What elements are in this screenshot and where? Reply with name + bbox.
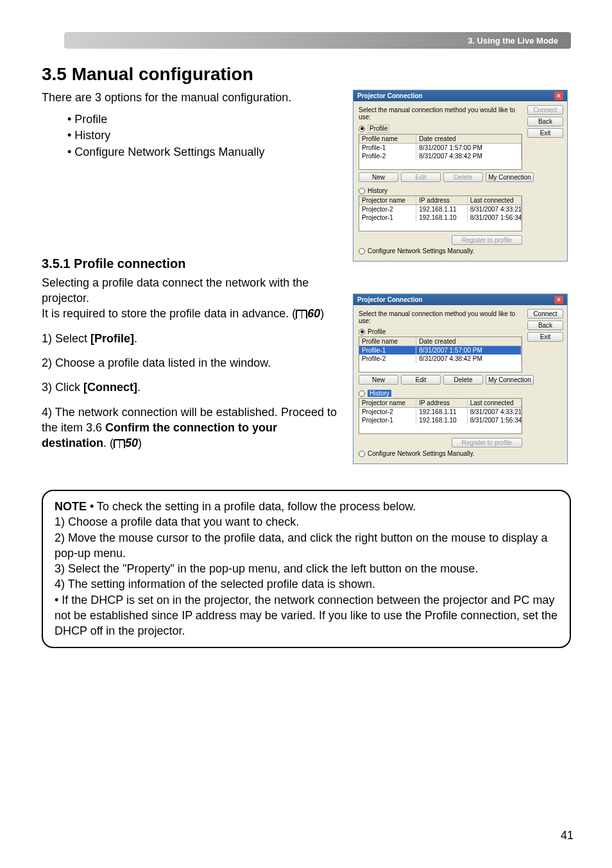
subsection-title: 3.5.1 Profile connection <box>42 256 340 271</box>
col-projector-name: Projector name <box>359 399 416 407</box>
subsection-body: Selecting a profile data connect the net… <box>42 275 340 322</box>
table-row[interactable]: Projector-1 192.168.1.10 8/31/2007 1:56:… <box>359 213 522 222</box>
radio-profile-label: Profile <box>368 124 389 133</box>
radio-icon <box>359 248 365 255</box>
profile-table: Profile name Date created Profile-1 8/31… <box>359 134 522 170</box>
dialog-1: Projector Connection × Connect Back Exit… <box>353 90 568 262</box>
radio-configure-label: Configure Network Settings Manually. <box>368 450 475 457</box>
note-para-2: • If the DHCP is set on in the projector… <box>55 594 557 638</box>
connect-button[interactable]: Connect <box>527 105 563 115</box>
dialog-message: Select the manual connection method you … <box>359 106 519 121</box>
chapter-title: 3. Using the Live Mode <box>468 36 558 46</box>
radio-icon <box>359 329 365 335</box>
back-button[interactable]: Back <box>527 321 563 330</box>
dialog-titlebar: Projector Connection × <box>353 294 567 305</box>
radio-history-label: History <box>368 390 391 397</box>
section-intro: There are 3 options for the manual confi… <box>42 90 340 105</box>
radio-icon <box>359 126 365 132</box>
delete-button[interactable]: Delete <box>443 172 483 182</box>
chapter-header: 3. Using the Live Mode <box>64 32 571 49</box>
delete-button[interactable]: Delete <box>443 375 483 385</box>
radio-history[interactable]: History <box>359 187 562 194</box>
dialog-2: Projector Connection × Connect Back Exit… <box>353 294 568 464</box>
radio-configure[interactable]: Configure Network Settings Manually. <box>359 450 562 457</box>
connect-button[interactable]: Connect <box>527 309 563 319</box>
radio-configure-label: Configure Network Settings Manually. <box>368 247 475 255</box>
table-row-selected[interactable]: Profile-1 8/31/2007 1:57:00 PM <box>359 346 522 355</box>
my-connection-button[interactable]: My Connection <box>486 375 534 385</box>
note-line-1: 1) Choose a profile data that you want t… <box>55 515 299 528</box>
bullet-profile: • Profile <box>67 112 340 128</box>
radio-configure[interactable]: Configure Network Settings Manually. <box>359 247 562 255</box>
exit-button[interactable]: Exit <box>527 128 563 138</box>
close-icon[interactable]: × <box>554 296 563 304</box>
edit-button[interactable]: Edit <box>401 172 441 182</box>
dialog-message: Select the manual connection method you … <box>359 310 519 324</box>
table-row[interactable]: Projector-2 192.168.1.11 8/31/2007 4:33:… <box>359 408 522 416</box>
step-3: 3) Click [Connect]. <box>42 380 340 395</box>
col-profile-name: Profile name <box>359 135 416 143</box>
table-row[interactable]: Profile-2 8/31/2007 4:38:42 PM <box>359 152 522 160</box>
step-2: 2) Choose a profile data listed in the w… <box>42 355 340 371</box>
back-button[interactable]: Back <box>527 117 563 126</box>
page-number: 41 <box>561 829 574 842</box>
book-icon <box>296 310 307 319</box>
note-label: NOTE <box>55 500 87 513</box>
step-1: 1) Select [Profile]. <box>42 331 340 346</box>
col-last-connected: Last connected <box>468 399 522 407</box>
note-line-3: 3) Select the "Property" in the pop-up m… <box>55 562 478 575</box>
col-date-created: Date created <box>416 135 522 143</box>
col-ip: IP address <box>416 196 467 204</box>
close-icon[interactable]: × <box>554 92 563 100</box>
history-table: Projector name IP address Last connected… <box>359 196 522 231</box>
bullet-history: • History <box>67 128 340 144</box>
note-box: NOTE • To check the setting in a profile… <box>42 490 571 648</box>
table-row[interactable]: Profile-1 8/31/2007 1:57:00 PM <box>359 144 522 152</box>
radio-icon <box>359 390 365 397</box>
profile-table: Profile name Date created Profile-1 8/31… <box>359 337 522 372</box>
radio-history[interactable]: History <box>359 390 562 397</box>
radio-profile-label: Profile <box>368 328 386 335</box>
note-line-2: 2) Move the mouse cursor to the profile … <box>55 531 547 560</box>
exit-button[interactable]: Exit <box>527 332 563 342</box>
step-4: 4) The network connection will be establ… <box>42 405 340 451</box>
col-ip: IP address <box>416 399 467 407</box>
register-button[interactable]: Register to profile <box>452 438 522 447</box>
register-button[interactable]: Register to profile <box>452 235 522 245</box>
my-connection-button[interactable]: My Connection <box>486 172 534 182</box>
book-icon <box>114 439 125 448</box>
dialog-titlebar: Projector Connection × <box>353 90 567 101</box>
new-button[interactable]: New <box>359 172 398 182</box>
col-projector-name: Projector name <box>359 196 416 204</box>
col-date-created: Date created <box>416 337 522 346</box>
note-line-4: 4) The setting information of the select… <box>55 578 375 590</box>
bullet-configure: • Configure Network Settings Manually <box>67 144 340 160</box>
dialog-title-text: Projector Connection <box>357 296 423 303</box>
radio-icon <box>359 188 365 194</box>
radio-icon <box>359 451 365 457</box>
new-button[interactable]: New <box>359 375 398 385</box>
edit-button[interactable]: Edit <box>401 375 441 385</box>
dialog-title-text: Projector Connection <box>357 92 423 99</box>
table-row[interactable]: Profile-2 8/31/2007 4:38:42 PM <box>359 355 522 363</box>
col-profile-name: Profile name <box>359 337 416 346</box>
col-last-connected: Last connected <box>468 196 522 204</box>
table-row[interactable]: Projector-1 192.168.1.10 8/31/2007 1:56:… <box>359 416 522 424</box>
section-title: 3.5 Manual configuration <box>42 64 571 85</box>
history-table: Projector name IP address Last connected… <box>359 398 522 434</box>
table-row[interactable]: Projector-2 192.168.1.11 8/31/2007 4:33:… <box>359 205 522 213</box>
radio-history-label: History <box>368 187 387 194</box>
